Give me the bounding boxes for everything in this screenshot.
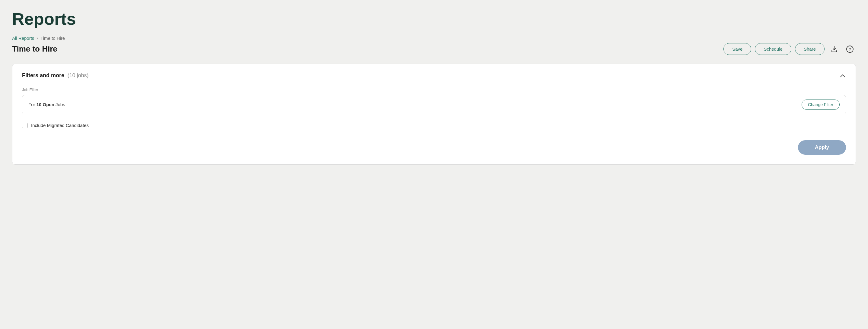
share-button[interactable]: Share xyxy=(795,43,825,55)
filter-card-subtitle: (10 jobs) xyxy=(68,72,89,78)
job-filter-text: For 10 Open Jobs xyxy=(28,102,65,107)
breadcrumb-current: Time to Hire xyxy=(40,36,65,41)
help-icon: ? xyxy=(846,45,854,53)
report-header: Time to Hire Save Schedule Share ? xyxy=(12,43,856,55)
apply-button[interactable]: Apply xyxy=(798,140,846,155)
job-filter-label: Job Filter xyxy=(22,88,846,92)
job-filter-bold: 10 Open xyxy=(36,102,54,107)
include-migrated-row: Include Migrated Candidates xyxy=(22,123,846,128)
include-migrated-checkbox[interactable] xyxy=(22,123,28,128)
filter-card-title: Filters and more xyxy=(22,72,64,78)
download-button[interactable] xyxy=(828,43,840,55)
job-filter-prefix: For xyxy=(28,102,36,107)
breadcrumb-all-reports-link[interactable]: All Reports xyxy=(12,36,34,41)
breadcrumb-separator: › xyxy=(36,36,38,40)
schedule-button[interactable]: Schedule xyxy=(755,43,791,55)
save-button[interactable]: Save xyxy=(723,43,751,55)
filter-card-title-group: Filters and more (10 jobs) xyxy=(22,72,89,79)
include-migrated-label[interactable]: Include Migrated Candidates xyxy=(31,123,89,128)
report-title: Time to Hire xyxy=(12,44,57,54)
filter-card-header: Filters and more (10 jobs) xyxy=(22,72,846,79)
change-filter-button[interactable]: Change Filter xyxy=(802,100,840,110)
page-title: Reports xyxy=(12,10,856,28)
filter-card: Filters and more (10 jobs) Job Filter Fo… xyxy=(12,64,856,165)
job-filter-row: For 10 Open Jobs Change Filter xyxy=(22,95,846,114)
collapse-button[interactable] xyxy=(839,72,846,79)
svg-text:?: ? xyxy=(849,47,851,51)
job-filter-suffix: Jobs xyxy=(54,102,65,107)
help-button[interactable]: ? xyxy=(844,43,856,55)
breadcrumb: All Reports › Time to Hire xyxy=(12,36,856,41)
card-footer: Apply xyxy=(22,140,846,155)
chevron-up-icon xyxy=(839,72,846,79)
header-actions: Save Schedule Share ? xyxy=(723,43,856,55)
download-icon xyxy=(831,45,838,53)
